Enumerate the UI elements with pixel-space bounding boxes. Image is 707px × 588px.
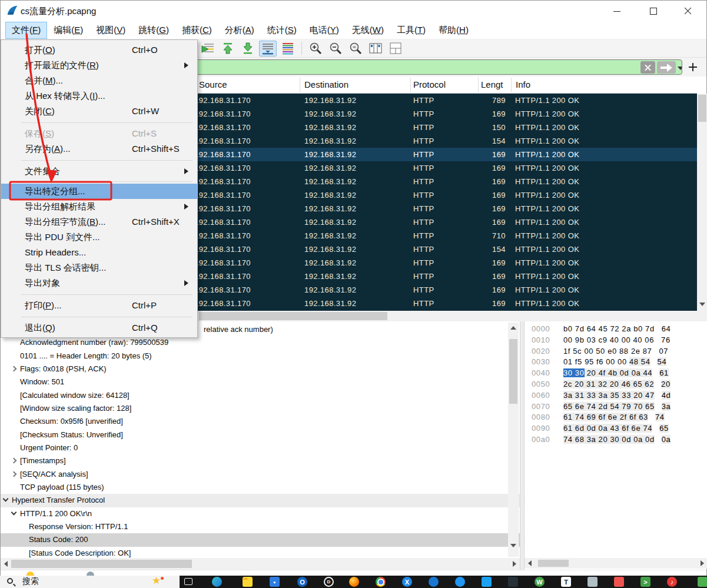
expand-icon[interactable] <box>11 366 17 372</box>
hex-row[interactable]: 00502c 20 31 32 20 46 65 6220 <box>525 379 707 390</box>
hex-row[interactable]: 009061 6d 0d 0a 43 6f 6e 7465 <box>525 423 707 434</box>
column-header[interactable]: Info <box>516 79 530 89</box>
pane-splitter[interactable] <box>520 321 525 570</box>
menu-item[interactable]: 导出特定分组... <box>1 184 197 199</box>
menu-item[interactable]: 保存(S)Ctrl+S <box>1 126 197 141</box>
menu-item[interactable]: 文件集合 <box>1 164 197 179</box>
hex-row[interactable]: 00201f 5c 00 50 e0 88 2e 8707 <box>525 346 707 357</box>
maximize-button[interactable] <box>640 1 667 22</box>
column-header[interactable]: Lengt <box>481 79 503 89</box>
column-separator[interactable] <box>300 78 300 92</box>
column-separator[interactable] <box>511 78 512 92</box>
zoom-out-icon[interactable] <box>327 41 344 57</box>
filter-add-button[interactable] <box>687 61 699 73</box>
detail-line[interactable]: [Checksum Status: Unverified] <box>1 428 520 441</box>
detail-line[interactable]: HTTP/1.1 200 OK\r\n <box>1 507 520 520</box>
menu-item[interactable]: 关闭(C)Ctrl+W <box>1 104 197 119</box>
filter-dropdown-icon[interactable] <box>678 67 682 73</box>
layout-icon[interactable] <box>387 41 404 57</box>
detail-line[interactable]: Flags: 0x018 (PSH, ACK) <box>1 363 520 376</box>
detail-line[interactable]: [Calculated window size: 64128] <box>1 389 520 402</box>
menubar-item[interactable]: 视图(V) <box>89 22 132 39</box>
cat-app-icon[interactable] <box>508 577 518 587</box>
zoom-in-icon[interactable] <box>307 41 324 57</box>
detail-line[interactable]: Acknowledgment number (raw): 799500539 <box>1 336 520 349</box>
hex-scroll-right[interactable] <box>698 558 707 569</box>
expert-info-icon[interactable] <box>26 572 34 576</box>
netease-music-icon[interactable]: ♪ <box>667 577 677 587</box>
column-header[interactable]: Destination <box>304 79 348 89</box>
hex-scroll-left[interactable] <box>525 558 534 569</box>
menubar-item[interactable]: 帮助(H) <box>432 22 475 39</box>
hex-row[interactable]: 0000b0 7d 64 45 72 2a b0 7d64 <box>525 324 707 335</box>
bluebird-app-icon[interactable] <box>482 577 492 587</box>
menubar-item[interactable]: 电话(Y) <box>303 22 346 39</box>
menu-item[interactable]: 打开(O)Ctrl+O <box>1 42 197 58</box>
autoscroll-icon[interactable] <box>259 41 277 57</box>
terminal-green-icon[interactable]: > <box>640 577 650 587</box>
menubar-item[interactable]: 工具(T) <box>390 22 432 39</box>
outlook-icon[interactable]: O <box>297 577 307 587</box>
menubar-item[interactable]: 跳转(G) <box>132 22 175 39</box>
capture-file-icon[interactable] <box>87 572 94 576</box>
typora-icon[interactable]: T <box>561 577 571 587</box>
menubar-item[interactable]: 统计(S) <box>261 22 303 39</box>
green-app-icon[interactable] <box>698 577 707 587</box>
microsoft-store-icon[interactable]: ▪ <box>270 577 280 587</box>
menu-item[interactable]: 导出分组字节流(B)...Ctrl+Shift+X <box>1 214 197 230</box>
column-header[interactable]: Protocol <box>413 79 446 89</box>
colorize-icon[interactable] <box>279 41 297 57</box>
column-header[interactable]: Source <box>199 79 227 89</box>
menu-item[interactable]: 导出对象 <box>1 275 197 291</box>
details-scroll-left[interactable] <box>1 558 11 570</box>
detail-line[interactable]: Status Code: 200 <box>1 533 520 546</box>
menu-item[interactable]: 导出 TLS 会话密钥... <box>1 260 197 275</box>
detail-line[interactable]: Response Version: HTTP/1.1 <box>1 520 520 533</box>
detail-line[interactable]: Urgent Pointer: 0 <box>1 441 520 454</box>
detail-line[interactable]: [SEQ/ACK analysis] <box>1 468 520 481</box>
filter-clear-icon[interactable] <box>640 61 655 74</box>
weather-icon[interactable]: ★ <box>152 576 161 587</box>
chrome-icon[interactable] <box>376 577 386 587</box>
xunlei-icon[interactable]: X <box>402 577 412 587</box>
go-first-icon[interactable] <box>219 41 237 57</box>
resize-columns-icon[interactable] <box>367 41 384 57</box>
menu-item[interactable]: Strip Headers... <box>1 245 197 260</box>
taskbar-search[interactable]: 搜索 ★ <box>0 576 180 588</box>
box-3d-app-icon[interactable] <box>587 577 598 587</box>
hex-row[interactable]: 008061 74 69 6f 6e 2f 6f 6374 <box>525 412 707 423</box>
details-scroll-right[interactable] <box>510 558 520 570</box>
expand-icon[interactable] <box>11 458 17 464</box>
hex-row[interactable]: 007065 6e 74 2d 54 79 70 653a <box>525 401 707 413</box>
hex-row[interactable]: 00a074 68 3a 20 30 0d 0a 0d0a <box>525 434 707 446</box>
detail-line[interactable]: [Status Code Description: OK] <box>1 547 520 558</box>
close-button[interactable] <box>674 1 701 22</box>
hex-row[interactable]: 003001 f5 95 f6 00 00 48 5454 <box>525 357 707 368</box>
details-scroll-up[interactable] <box>508 323 519 332</box>
detail-line[interactable]: TCP payload (115 bytes) <box>1 481 520 494</box>
firefox-icon[interactable] <box>349 577 359 587</box>
flash-app-icon[interactable] <box>429 577 439 587</box>
column-separator[interactable] <box>478 78 479 92</box>
menubar-item[interactable]: 分析(A) <box>218 22 261 39</box>
detail-line[interactable]: [Window size scaling factor: 128] <box>1 402 520 415</box>
menubar-item[interactable]: 文件(F) <box>5 22 47 39</box>
qq-browser-icon[interactable] <box>455 577 465 587</box>
go-to-packet-icon[interactable] <box>199 41 217 57</box>
details-hscrollbar[interactable] <box>1 558 520 570</box>
menu-item[interactable]: 打开最近的文件(R) <box>1 58 197 73</box>
detail-line[interactable]: 0101 .... = Header Length: 20 bytes (5) <box>1 350 520 363</box>
file-explorer-icon[interactable] <box>243 577 253 587</box>
hex-row[interactable]: 00603a 31 33 3a 35 33 20 474d <box>525 390 707 401</box>
details-scroll-down[interactable] <box>508 541 519 550</box>
packet-list-vscrollbar[interactable] <box>697 94 707 311</box>
detail-line[interactable]: Checksum: 0x95f6 [unverified] <box>1 415 520 428</box>
menu-item[interactable]: 导出分组解析结果 <box>1 199 197 214</box>
filter-apply-icon[interactable] <box>657 61 676 74</box>
wegame-icon[interactable]: W <box>535 577 545 587</box>
hex-row[interactable]: 001000 9b 03 c9 40 00 40 0676 <box>525 335 707 346</box>
detail-line[interactable]: Hypertext Transfer Protocol <box>1 494 520 507</box>
detail-line[interactable]: [Timestamps] <box>1 454 520 467</box>
edge-browser-icon[interactable] <box>212 577 222 587</box>
task-view-icon[interactable] <box>184 578 192 585</box>
